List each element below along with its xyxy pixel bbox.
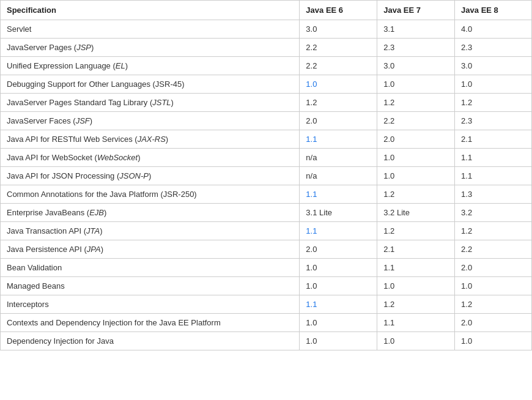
spec-cell: Debugging Support for Other Languages (J… (1, 75, 300, 94)
ee7-cell: 1.0 (377, 75, 455, 94)
table-row: JavaServer Faces (JSF)2.02.22.3 (1, 112, 532, 130)
ee7-cell: 1.1 (377, 314, 455, 332)
ee6-cell: 1.1 (300, 130, 377, 149)
ee6-cell: 2.2 (300, 57, 377, 75)
ee8-cell: 1.2 (455, 295, 532, 314)
ee8-cell: 1.0 (455, 75, 532, 94)
ee7-cell: 2.1 (377, 240, 455, 259)
ee6-cell: 1.2 (300, 94, 377, 112)
table-row: Dependency Injection for Java1.01.01.0 (1, 332, 532, 350)
ee7-cell: 3.0 (377, 57, 455, 75)
spec-cell: Contexts and Dependency Injection for th… (1, 314, 300, 332)
ee6-cell: 2.2 (300, 39, 377, 57)
spec-cell: Java API for RESTful Web Services (JAX-R… (1, 130, 300, 149)
ee7-cell: 3.1 (377, 20, 455, 39)
ee7-cell: 1.0 (377, 277, 455, 295)
spec-cell: JavaServer Faces (JSF) (1, 112, 300, 130)
ee8-cell: 3.0 (455, 57, 532, 75)
ee6-cell: 1.0 (300, 75, 377, 94)
table-row: Unified Expression Language (EL)2.23.03.… (1, 57, 532, 75)
spec-cell: JavaServer Pages (JSP) (1, 39, 300, 57)
ee7-cell: 3.2 Lite (377, 204, 455, 222)
spec-cell: Dependency Injection for Java (1, 332, 300, 350)
header-spec: Specification (1, 1, 300, 20)
spec-cell: JavaServer Pages Standard Tag Library (J… (1, 94, 300, 112)
ee7-cell: 1.0 (377, 332, 455, 350)
spec-cell: Managed Beans (1, 277, 300, 295)
table-row: Contexts and Dependency Injection for th… (1, 314, 532, 332)
ee6-cell: 3.1 Lite (300, 204, 377, 222)
ee6-cell: 2.0 (300, 240, 377, 259)
ee6-cell: 1.1 (300, 295, 377, 314)
ee7-cell: 1.0 (377, 149, 455, 167)
table-row: Bean Validation1.01.12.0 (1, 259, 532, 277)
header-ee7: Java EE 7 (377, 1, 455, 20)
table-row: Debugging Support for Other Languages (J… (1, 75, 532, 94)
table-row: Managed Beans1.01.01.0 (1, 277, 532, 295)
header-ee8: Java EE 8 (455, 1, 532, 20)
table-row: Interceptors1.11.21.2 (1, 295, 532, 314)
ee8-cell: 1.1 (455, 167, 532, 185)
ee6-cell: 1.0 (300, 259, 377, 277)
spec-cell: Enterprise JavaBeans (EJB) (1, 204, 300, 222)
ee8-cell: 1.1 (455, 149, 532, 167)
ee7-cell: 2.0 (377, 130, 455, 149)
ee6-cell: n/a (300, 167, 377, 185)
table-row: Java Transaction API (JTA)1.11.21.2 (1, 222, 532, 240)
table-row: Common Annotations for the Java Platform… (1, 185, 532, 204)
ee7-cell: 1.0 (377, 167, 455, 185)
main-container: Specification Java EE 6 Java EE 7 Java E… (0, 0, 532, 350)
ee8-cell: 1.0 (455, 277, 532, 295)
ee7-cell: 1.1 (377, 259, 455, 277)
table-row: JavaServer Pages (JSP)2.22.32.3 (1, 39, 532, 57)
specification-table: Specification Java EE 6 Java EE 7 Java E… (0, 0, 532, 350)
table-body: Servlet3.03.14.0JavaServer Pages (JSP)2.… (1, 20, 532, 350)
ee8-cell: 1.0 (455, 332, 532, 350)
table-row: Servlet3.03.14.0 (1, 20, 532, 39)
spec-cell: Unified Expression Language (EL) (1, 57, 300, 75)
ee8-cell: 1.3 (455, 185, 532, 204)
ee6-cell: 1.1 (300, 222, 377, 240)
ee6-cell: n/a (300, 149, 377, 167)
table-row: Java API for JSON Processing (JSON-P)n/a… (1, 167, 532, 185)
spec-cell: Bean Validation (1, 259, 300, 277)
table-row: JavaServer Pages Standard Tag Library (J… (1, 94, 532, 112)
table-row: Enterprise JavaBeans (EJB)3.1 Lite3.2 Li… (1, 204, 532, 222)
table-row: Java Persistence API (JPA)2.02.12.2 (1, 240, 532, 259)
ee8-cell: 2.3 (455, 39, 532, 57)
ee7-cell: 1.2 (377, 222, 455, 240)
ee6-cell: 3.0 (300, 20, 377, 39)
spec-cell: Java Transaction API (JTA) (1, 222, 300, 240)
ee8-cell: 3.2 (455, 204, 532, 222)
spec-cell: Servlet (1, 20, 300, 39)
spec-cell: Java API for WebSocket (WebSocket) (1, 149, 300, 167)
spec-cell: Java API for JSON Processing (JSON-P) (1, 167, 300, 185)
ee8-cell: 2.1 (455, 130, 532, 149)
ee8-cell: 2.2 (455, 240, 532, 259)
ee7-cell: 1.2 (377, 185, 455, 204)
ee8-cell: 2.3 (455, 112, 532, 130)
ee6-cell: 1.0 (300, 277, 377, 295)
ee8-cell: 1.2 (455, 222, 532, 240)
table-row: Java API for RESTful Web Services (JAX-R… (1, 130, 532, 149)
ee8-cell: 2.0 (455, 314, 532, 332)
ee6-cell: 1.0 (300, 314, 377, 332)
ee6-cell: 1.1 (300, 185, 377, 204)
ee8-cell: 2.0 (455, 259, 532, 277)
ee8-cell: 4.0 (455, 20, 532, 39)
ee7-cell: 2.3 (377, 39, 455, 57)
spec-cell: Interceptors (1, 295, 300, 314)
ee7-cell: 1.2 (377, 295, 455, 314)
ee7-cell: 1.2 (377, 94, 455, 112)
ee6-cell: 2.0 (300, 112, 377, 130)
ee8-cell: 1.2 (455, 94, 532, 112)
ee7-cell: 2.2 (377, 112, 455, 130)
spec-cell: Java Persistence API (JPA) (1, 240, 300, 259)
table-row: Java API for WebSocket (WebSocket)n/a1.0… (1, 149, 532, 167)
table-header-row: Specification Java EE 6 Java EE 7 Java E… (1, 1, 532, 20)
header-ee6: Java EE 6 (300, 1, 377, 20)
ee6-cell: 1.0 (300, 332, 377, 350)
spec-cell: Common Annotations for the Java Platform… (1, 185, 300, 204)
